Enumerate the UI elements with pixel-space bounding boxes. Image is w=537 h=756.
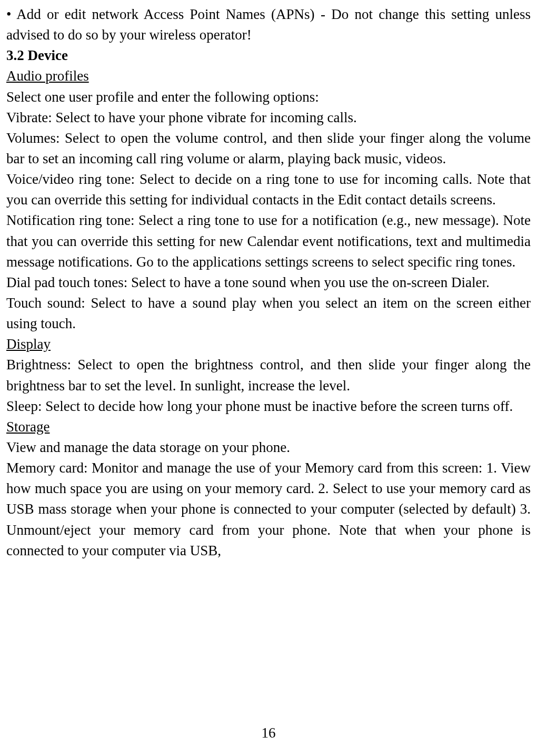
- apn-note-text: • Add or edit network Access Point Names…: [6, 4, 531, 45]
- page-number: 16: [0, 723, 537, 743]
- vibrate-text: Vibrate: Select to have your phone vibra…: [6, 107, 531, 128]
- section-heading: 3.2 Device: [6, 45, 531, 66]
- sleep-text: Sleep: Select to decide how long your ph…: [6, 396, 531, 417]
- memory-card-text: Memory card: Monitor and manage the use …: [6, 458, 531, 561]
- notification-ringtone-text: Notification ring tone: Select a ring to…: [6, 210, 531, 272]
- audio-profiles-heading: Audio profiles: [6, 66, 531, 86]
- volumes-text: Volumes: Select to open the volume contr…: [6, 128, 531, 169]
- voice-video-ringtone-text: Voice/video ring tone: Select to decide …: [6, 169, 531, 210]
- document-body: • Add or edit network Access Point Names…: [6, 4, 531, 561]
- storage-intro-text: View and manage the data storage on your…: [6, 437, 531, 458]
- dial-pad-tones-text: Dial pad touch tones: Select to have a t…: [6, 272, 531, 293]
- audio-profiles-intro: Select one user profile and enter the fo…: [6, 87, 531, 107]
- touch-sound-text: Touch sound: Select to have a sound play…: [6, 293, 531, 334]
- display-heading: Display: [6, 334, 531, 355]
- storage-heading: Storage: [6, 417, 531, 437]
- brightness-text: Brightness: Select to open the brightnes…: [6, 355, 531, 396]
